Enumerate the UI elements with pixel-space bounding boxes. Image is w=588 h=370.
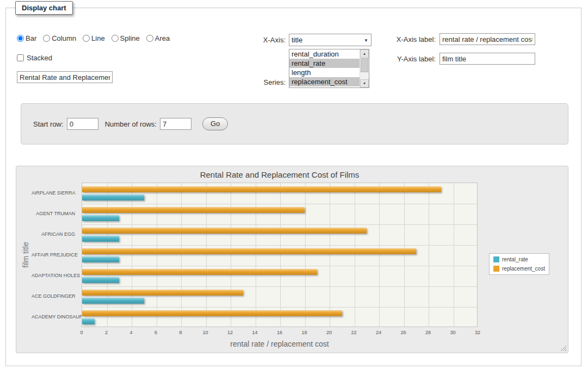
x-axis-label-input[interactable] <box>440 33 535 45</box>
x-axis-select-label: X-Axis: <box>247 36 286 44</box>
category-label: AGENT TRUMAN <box>32 203 75 224</box>
bar-replacement_cost <box>82 269 317 275</box>
x-axis-row: X-Axis: title <box>247 34 372 46</box>
gridline-horizontal <box>82 266 477 266</box>
x-axis-title: rental rate / replacement cost <box>82 340 478 348</box>
x-axis-tick-label: 32 <box>475 330 480 335</box>
category-label: AFFAIR PREJUDICE <box>32 244 75 265</box>
chart-type-line[interactable]: Line <box>83 34 105 42</box>
chart-type-label: Line <box>91 34 105 42</box>
legend-item: replacement_cost <box>493 266 545 272</box>
series-listbox-items: rental_durationrental_ratelengthreplacem… <box>289 49 360 86</box>
scroll-down-icon[interactable]: ▼ <box>360 79 369 87</box>
bar-rental_rate <box>82 236 119 242</box>
gridline-vertical <box>181 183 182 327</box>
gridline-horizontal <box>82 286 477 287</box>
gridline-horizontal <box>82 245 477 246</box>
category-label: AFRICAN EGG <box>32 224 75 244</box>
gridline-vertical <box>280 183 281 327</box>
gridline-vertical <box>231 183 231 327</box>
x-axis-tick-label: 16 <box>277 330 282 335</box>
chart-type-radios: BarColumnLineSplineArea <box>17 34 170 42</box>
gridline-horizontal <box>82 204 477 204</box>
num-rows-label: Number of rows: <box>105 120 157 128</box>
chart-type-radio-line[interactable] <box>83 35 90 42</box>
series-option[interactable]: length <box>289 68 360 77</box>
series-label: Series: <box>247 78 286 86</box>
series-option[interactable]: rental_duration <box>289 49 360 59</box>
x-axis-tick-label: 30 <box>450 330 455 335</box>
bar-replacement_cost <box>82 290 243 296</box>
legend-label: rental_rate <box>502 256 528 262</box>
plot-area <box>82 183 478 327</box>
gridline-vertical <box>429 183 429 327</box>
bar-replacement_cost <box>82 248 416 254</box>
display-chart-panel: Display chart BarColumnLineSplineArea St… <box>5 8 581 366</box>
x-axis-tick-label: 28 <box>425 330 431 335</box>
chart-type-area[interactable]: Area <box>146 34 170 42</box>
x-axis-tick-label: 4 <box>129 330 132 335</box>
y-axis-label-row: Y-Axis label: <box>393 53 535 65</box>
gridline-vertical <box>256 183 256 327</box>
x-axis-tick-label: 6 <box>154 330 157 335</box>
bar-rental_rate <box>82 215 119 221</box>
scroll-up-icon[interactable]: ▲ <box>360 49 369 58</box>
chart-type-label: Column <box>52 34 76 42</box>
chart-type-radio-column[interactable] <box>43 35 50 42</box>
gridline-vertical <box>404 183 405 327</box>
num-rows-input[interactable] <box>160 118 191 130</box>
bar-rental_rate <box>82 195 144 200</box>
legend-item: rental_rate <box>493 256 545 262</box>
x-axis-tick-label: 18 <box>301 330 307 335</box>
series-option[interactable]: rental_rate <box>289 59 360 68</box>
resize-handle-icon[interactable] <box>560 345 566 351</box>
series-scrollbar[interactable]: ▲ ▼ <box>360 49 369 87</box>
legend-swatch <box>493 256 499 262</box>
gridline-vertical <box>157 183 157 327</box>
chart-type-spline[interactable]: Spline <box>112 34 140 42</box>
category-label: ACADEMY DINOSAUR <box>32 306 75 327</box>
bar-rental_rate <box>82 318 95 324</box>
gridline-vertical <box>355 183 355 327</box>
x-axis-tick-label: 24 <box>376 330 381 335</box>
series-row: Series: rental_durationrental_ratelength… <box>247 49 369 88</box>
chart-type-label: Bar <box>26 34 36 42</box>
x-axis-tick-label: 12 <box>227 330 233 335</box>
bar-replacement_cost <box>82 186 441 192</box>
chart-type-radio-bar[interactable] <box>17 35 24 42</box>
chart-type-radio-area[interactable] <box>146 35 153 42</box>
bar-rental_rate <box>82 256 119 262</box>
gridline-vertical <box>206 183 207 327</box>
gridline-vertical <box>454 183 454 327</box>
legend-label: replacement_cost <box>502 266 545 272</box>
go-button[interactable]: Go <box>202 117 228 130</box>
gridline-vertical <box>330 183 330 327</box>
y-axis-label-input[interactable] <box>440 53 535 65</box>
x-axis-select[interactable]: title <box>289 34 372 46</box>
chart-type-bar[interactable]: Bar <box>17 34 36 42</box>
gridline-vertical <box>132 183 132 327</box>
panel-title: Display chart <box>15 1 73 15</box>
x-axis-tick-label: 20 <box>326 330 332 335</box>
scrollbar-thumb[interactable] <box>361 58 368 72</box>
y-axis-label-caption: Y-Axis label: <box>393 55 436 63</box>
stacked-option[interactable]: Stacked <box>17 54 52 62</box>
start-row-input[interactable] <box>67 118 98 130</box>
stacked-checkbox[interactable] <box>17 54 24 61</box>
bar-replacement_cost <box>82 207 305 213</box>
series-option[interactable]: replacement_cost <box>289 77 360 86</box>
category-labels: AIRPLANE SIERRAAGENT TRUMANAFRICAN EGGAF… <box>32 183 78 327</box>
bar-replacement_cost <box>82 310 342 316</box>
x-axis-tick-label: 26 <box>400 330 406 335</box>
chart-legend: rental_ratereplacement_cost <box>489 253 549 275</box>
series-listbox[interactable]: rental_durationrental_ratelengthreplacem… <box>289 49 369 88</box>
chart-title-input[interactable] <box>17 71 113 83</box>
x-axis-label-row: X-Axis label: <box>393 33 535 45</box>
bar-replacement_cost <box>82 228 367 234</box>
x-axis-ticks: 02468101214161820222426283032 <box>82 330 478 337</box>
category-label: ACE GOLDFINGER <box>32 286 75 306</box>
x-axis-tick-label: 2 <box>105 330 108 335</box>
chart-type-radio-spline[interactable] <box>112 35 119 42</box>
chart-type-column[interactable]: Column <box>43 34 76 42</box>
chart-type-label: Area <box>155 34 170 42</box>
